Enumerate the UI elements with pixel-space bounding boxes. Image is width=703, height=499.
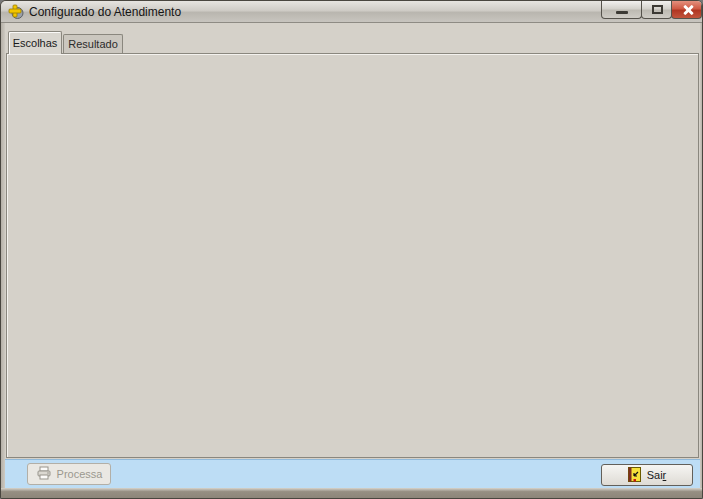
tab-page	[6, 53, 699, 458]
window: Configurado do Atendimento Escolhas Resu…	[0, 0, 703, 499]
window-frame-bottom	[1, 488, 703, 499]
close-button[interactable]	[671, 1, 702, 19]
app-icon	[8, 4, 24, 22]
printer-icon	[36, 466, 52, 482]
maximize-icon	[652, 5, 663, 14]
sair-button[interactable]: Sair	[601, 464, 693, 486]
processa-button[interactable]: Processa	[27, 463, 111, 485]
tab-resultado[interactable]: Resultado	[63, 34, 123, 54]
minimize-button[interactable]	[601, 1, 642, 19]
minimize-icon	[616, 11, 628, 14]
maximize-button[interactable]	[641, 1, 672, 19]
tab-escolhas[interactable]: Escolhas	[8, 31, 62, 54]
exit-door-icon	[628, 467, 641, 484]
window-title: Configurado do Atendimento	[29, 5, 181, 19]
sair-label: Sair	[647, 469, 667, 481]
processa-label: Processa	[57, 468, 103, 480]
title-bar[interactable]: Configurado do Atendimento	[1, 1, 703, 23]
close-icon	[681, 4, 694, 16]
